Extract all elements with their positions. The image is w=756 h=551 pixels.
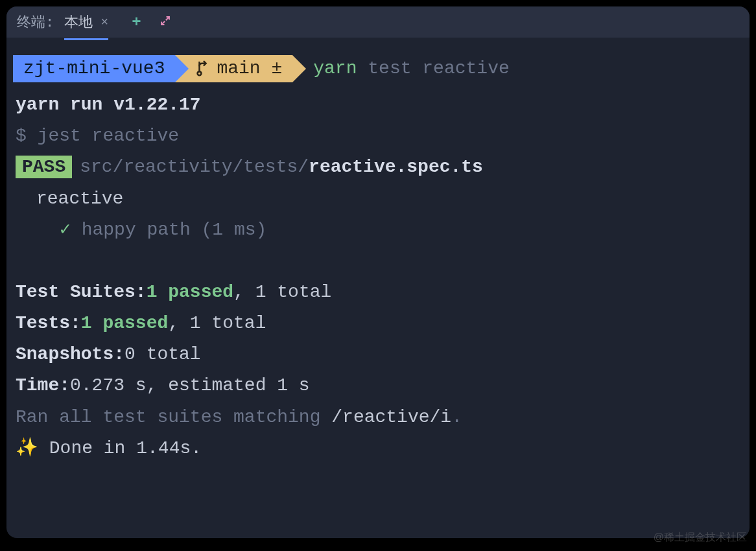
test-result-line: ✓ happy path (1 ms) <box>13 215 743 246</box>
ran-suites-line: Ran all test suites matching /reactive/i… <box>13 402 743 433</box>
branch-name: main ± <box>217 53 282 84</box>
tests-label: Tests: <box>16 308 81 339</box>
command-bin: yarn <box>313 58 357 78</box>
done-text: Done in 1.44s. <box>38 438 202 458</box>
time-label: Time: <box>16 370 70 401</box>
test-path-file: reactive.spec.ts <box>309 157 483 177</box>
dollar-prefix: $ <box>16 126 38 146</box>
watermark: @稀土掘金技术社区 <box>654 531 747 545</box>
project-name: zjt-mini-vue3 <box>23 53 165 84</box>
done-line: ✨ Done in 1.44s. <box>13 433 743 464</box>
tests-passed: 1 passed <box>81 313 168 333</box>
time-summary: Time: 0.273 s, estimated 1 s <box>13 370 743 401</box>
command-args: test reactive <box>368 58 509 78</box>
pass-line: PASSsrc/reactivity/tests/reactive.spec.t… <box>13 152 743 183</box>
jest-command-line: $ jest reactive <box>13 121 743 152</box>
spacer <box>13 246 743 277</box>
terminal-tab[interactable]: 本地 × <box>64 10 108 34</box>
snapshots-summary: Snapshots: 0 total <box>13 339 743 370</box>
prompt-branch-segment: main ± <box>175 55 292 82</box>
prompt-line: zjt-mini-vue3 main ± yarn test reactive <box>13 53 743 84</box>
new-tab-icon[interactable]: + <box>132 14 141 31</box>
terminal-window: 终端: 本地 × + zjt-mini-vue3 <box>6 6 750 538</box>
tab-actions: + <box>132 14 171 31</box>
svg-point-0 <box>198 71 202 75</box>
command-input: yarn test reactive <box>313 53 509 84</box>
ran-suffix: . <box>451 407 462 427</box>
suites-label: Test Suites: <box>16 277 147 308</box>
tests-summary: Tests: 1 passed, 1 total <box>13 308 743 339</box>
expand-icon[interactable] <box>159 15 171 30</box>
suite-name-line: reactive <box>13 183 743 215</box>
tab-name: 本地 <box>64 12 93 32</box>
terminal-output[interactable]: zjt-mini-vue3 main ± yarn test reactive … <box>6 38 750 471</box>
close-icon[interactable]: × <box>100 15 108 30</box>
pass-badge: PASS <box>16 156 72 178</box>
yarn-run-line: yarn run v1.22.17 <box>13 89 743 121</box>
check-icon: ✓ <box>60 220 71 240</box>
test-name: happy path (1 ms) <box>82 220 267 240</box>
terminal-label: 终端: <box>17 12 54 32</box>
suites-passed: 1 passed <box>147 282 233 302</box>
jest-cmd: jest reactive <box>38 126 179 146</box>
snapshots-label: Snapshots: <box>16 339 124 370</box>
snapshots-value: 0 total <box>124 344 201 364</box>
sparkle-icon: ✨ <box>16 438 38 458</box>
tests-total: , 1 total <box>168 313 266 333</box>
prompt-project-segment: zjt-mini-vue3 <box>13 55 175 82</box>
suites-total: , 1 total <box>233 282 331 302</box>
title-bar: 终端: 本地 × + <box>6 6 750 38</box>
test-suites-summary: Test Suites: 1 passed, 1 total <box>13 277 743 308</box>
ran-pattern: /reactive/i <box>331 407 451 427</box>
tab-active-indicator <box>64 38 108 40</box>
git-branch-icon <box>196 60 210 77</box>
test-path-dir: src/reactivity/tests/ <box>80 157 309 177</box>
time-value: 0.273 s, estimated 1 s <box>70 375 310 395</box>
ran-prefix: Ran all test suites matching <box>16 407 331 427</box>
